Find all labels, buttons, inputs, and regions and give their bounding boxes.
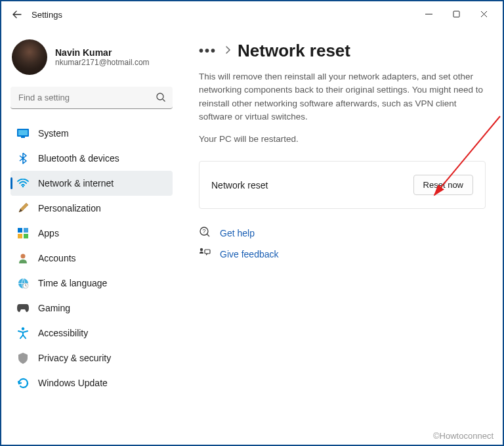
sidebar: Navin Kumar nkumar2171@hotmail.com Syste…	[1, 28, 182, 445]
sidebar-item-accounts[interactable]: Accounts	[10, 246, 173, 271]
sidebar-item-label: Accessibility	[38, 328, 88, 338]
update-icon	[17, 377, 29, 389]
maximize-icon	[453, 11, 460, 18]
help-icon: ?	[199, 226, 212, 240]
feedback-icon	[199, 248, 212, 260]
svg-rect-3	[18, 130, 28, 135]
svg-rect-17	[205, 250, 210, 254]
sidebar-item-time[interactable]: Time & language	[10, 271, 173, 296]
close-button[interactable]	[470, 4, 497, 24]
page-description: This will remove then reinstall all your…	[199, 70, 486, 123]
accessibility-icon	[17, 327, 29, 339]
maximize-button[interactable]	[442, 4, 470, 24]
sidebar-item-accessibility[interactable]: Accessibility	[10, 321, 173, 346]
sidebar-item-network[interactable]: Network & internet	[10, 171, 173, 196]
back-button[interactable]	[7, 4, 28, 25]
svg-text:?: ?	[202, 228, 205, 234]
user-profile[interactable]: Navin Kumar nkumar2171@hotmail.com	[12, 39, 173, 75]
svg-rect-9	[24, 234, 28, 238]
breadcrumb: ••• Network reset	[199, 41, 486, 61]
sidebar-item-label: Windows Update	[38, 378, 108, 388]
svg-point-1	[157, 93, 163, 100]
wifi-icon	[17, 177, 29, 189]
sidebar-item-label: Gaming	[38, 303, 70, 313]
search-icon	[156, 92, 166, 105]
sidebar-item-label: Personalization	[38, 203, 101, 213]
svg-point-16	[200, 248, 203, 251]
sidebar-item-label: Network & internet	[38, 178, 114, 189]
get-help-link[interactable]: Get help	[220, 228, 255, 238]
sidebar-item-bluetooth[interactable]: Bluetooth & devices	[10, 146, 173, 171]
svg-rect-4	[21, 137, 25, 138]
sidebar-item-label: Accounts	[38, 253, 76, 263]
user-email: nkumar2171@hotmail.com	[55, 58, 150, 67]
sidebar-item-personalization[interactable]: Personalization	[10, 196, 173, 221]
sidebar-item-label: Time & language	[38, 278, 107, 288]
chevron-right-icon	[224, 45, 231, 57]
svg-rect-0	[453, 11, 459, 17]
restart-note: Your PC will be restarted.	[199, 134, 486, 144]
svg-point-10	[21, 254, 26, 259]
display-icon	[17, 127, 29, 139]
sidebar-item-label: Privacy & security	[38, 353, 111, 363]
watermark: ©Howtoconnect	[433, 431, 494, 441]
sidebar-item-gaming[interactable]: Gaming	[10, 296, 173, 321]
arrow-left-icon	[12, 9, 22, 20]
svg-rect-6	[18, 228, 22, 233]
sidebar-item-privacy[interactable]: Privacy & security	[10, 346, 173, 370]
search-input[interactable]	[10, 87, 173, 109]
minimize-icon	[425, 11, 432, 18]
avatar	[12, 39, 47, 75]
minimize-button[interactable]	[415, 4, 442, 24]
main-content: ••• Network reset This will remove then …	[182, 28, 503, 445]
apps-icon	[17, 227, 29, 239]
clock-globe-icon	[17, 277, 29, 289]
gamepad-icon	[17, 302, 29, 314]
person-icon	[17, 252, 29, 264]
sidebar-item-label: System	[38, 128, 69, 139]
page-title: Network reset	[238, 41, 350, 61]
window-title: Settings	[32, 10, 62, 20]
svg-rect-8	[18, 234, 22, 238]
sidebar-item-system[interactable]: System	[10, 121, 173, 146]
shield-icon	[17, 352, 29, 364]
sidebar-item-label: Apps	[38, 228, 59, 238]
svg-point-5	[22, 186, 24, 188]
user-name: Navin Kumar	[55, 47, 150, 58]
breadcrumb-more[interactable]: •••	[199, 43, 217, 58]
svg-point-13	[22, 327, 24, 330]
sidebar-item-apps[interactable]: Apps	[10, 221, 173, 246]
brush-icon	[17, 202, 29, 214]
sidebar-item-label: Bluetooth & devices	[38, 153, 119, 164]
give-feedback-link[interactable]: Give feedback	[220, 249, 279, 259]
svg-rect-7	[24, 228, 28, 233]
card-title: Network reset	[211, 180, 268, 190]
sidebar-item-update[interactable]: Windows Update	[10, 370, 173, 395]
close-icon	[480, 11, 488, 18]
reset-now-button[interactable]: Reset now	[413, 175, 473, 195]
bluetooth-icon	[17, 152, 29, 164]
network-reset-card: Network reset Reset now	[199, 161, 486, 209]
